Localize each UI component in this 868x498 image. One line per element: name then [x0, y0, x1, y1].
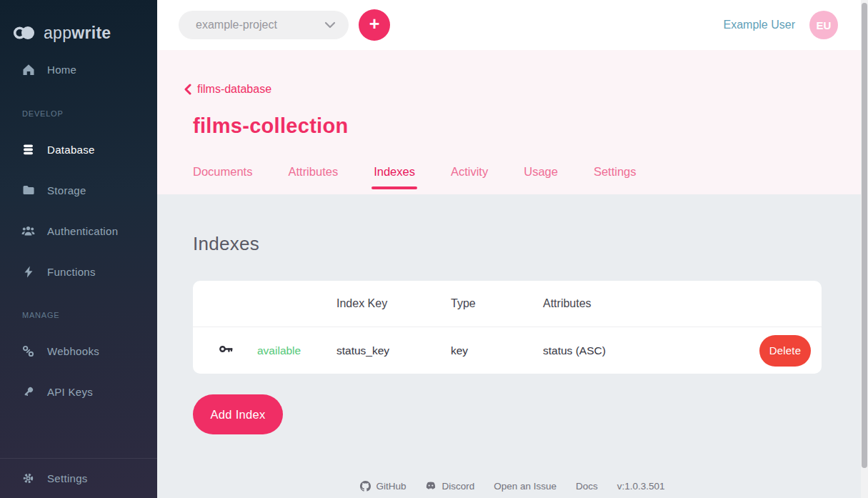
key-icon — [21, 386, 35, 398]
main-panel: Indexes Index Key Type Attributes — [157, 194, 868, 474]
sidebar-item-webhooks[interactable]: Webhooks — [21, 342, 157, 360]
sidebar: appwrite Home DEVELOP Database St — [0, 0, 157, 498]
breadcrumb[interactable]: films-database — [184, 83, 271, 96]
page-footer: GitHub Discord Open an Issue Docs v:1.0.… — [157, 474, 868, 498]
key-icon — [218, 342, 257, 359]
sidebar-item-settings[interactable]: Settings — [21, 469, 88, 488]
delete-index-button[interactable]: Delete — [759, 335, 811, 367]
sidebar-item-authentication[interactable]: Authentication — [21, 221, 157, 240]
sidebar-item-label: Settings — [47, 472, 88, 484]
topbar: example-project + Example User EU — [157, 0, 868, 50]
footer-link-label: Discord — [442, 481, 474, 492]
table-header-row: Index Key Type Attributes — [193, 281, 822, 327]
create-project-button[interactable]: + — [359, 9, 390, 41]
index-attributes-value: status (ASC) — [543, 344, 759, 357]
tab-activity[interactable]: Activity — [451, 165, 488, 194]
tab-documents[interactable]: Documents — [193, 165, 252, 194]
indexes-table: Index Key Type Attributes availa — [193, 281, 822, 374]
index-status: available — [257, 344, 336, 357]
tab-settings[interactable]: Settings — [594, 165, 637, 194]
avatar-initials: EU — [817, 19, 832, 31]
sidebar-item-database[interactable]: Database — [21, 140, 157, 159]
tab-bar: Documents Attributes Indexes Activity Us… — [193, 165, 868, 194]
users-icon — [21, 225, 35, 236]
breadcrumb-label: films-database — [197, 83, 271, 96]
footer-link-label: Docs — [576, 481, 598, 492]
home-icon — [21, 64, 35, 76]
sidebar-item-label: Functions — [47, 266, 96, 278]
app-window: appwrite Home DEVELOP Database St — [0, 0, 868, 498]
scrollbar-thumb[interactable] — [862, 3, 867, 468]
folder-icon — [21, 184, 35, 196]
tab-attributes[interactable]: Attributes — [288, 165, 338, 194]
chevron-down-icon — [324, 21, 336, 29]
sidebar-heading-manage: MANAGE — [22, 311, 157, 319]
appwrite-logo-icon — [13, 23, 37, 43]
link-icon — [21, 345, 35, 357]
gear-icon — [21, 472, 35, 484]
col-type: Type — [451, 297, 543, 310]
appwrite-logo: appwrite — [0, 0, 157, 50]
project-selector-value: example-project — [196, 19, 277, 31]
add-index-button[interactable]: Add Index — [193, 394, 283, 434]
sidebar-item-label: Storage — [47, 184, 86, 196]
col-attributes: Attributes — [543, 297, 811, 310]
sidebar-item-label: API Keys — [47, 386, 93, 398]
content-area: example-project + Example User EU films-… — [157, 0, 868, 498]
page-title: films-collection — [193, 114, 868, 138]
scrollbar[interactable] — [861, 0, 868, 498]
project-selector[interactable]: example-project — [179, 11, 349, 39]
sidebar-item-storage[interactable]: Storage — [21, 181, 157, 199]
footer-link-docs[interactable]: Docs — [576, 481, 598, 492]
tab-usage[interactable]: Usage — [524, 165, 558, 194]
logo-text-light: app — [44, 24, 71, 42]
tab-indexes[interactable]: Indexes — [374, 165, 415, 194]
user-name-link[interactable]: Example User — [724, 19, 795, 31]
sidebar-item-home[interactable]: Home — [21, 60, 157, 79]
discord-icon — [425, 482, 437, 491]
footer-link-label: Open an Issue — [494, 481, 557, 492]
sidebar-footer: Settings — [0, 458, 157, 498]
footer-link-open-issue[interactable]: Open an Issue — [494, 481, 557, 492]
table-row: available status_key key status (ASC) De… — [193, 327, 822, 374]
footer-link-label: GitHub — [376, 481, 406, 492]
sidebar-heading-develop: DEVELOP — [22, 109, 157, 118]
sidebar-item-functions[interactable]: Functions — [21, 262, 157, 281]
logo-text-bold: write — [71, 24, 111, 42]
section-heading: Indexes — [193, 233, 868, 255]
sidebar-item-label: Authentication — [47, 225, 118, 237]
logo-text: appwrite — [44, 24, 111, 43]
sidebar-item-label: Home — [47, 64, 76, 76]
page-header: films-database films-collection Document… — [157, 50, 868, 194]
chevron-left-icon — [184, 84, 192, 95]
footer-link-discord[interactable]: Discord — [425, 481, 474, 492]
sidebar-item-label: Database — [47, 144, 95, 156]
database-icon — [21, 144, 35, 156]
footer-link-github[interactable]: GitHub — [360, 481, 406, 492]
plus-icon: + — [369, 14, 380, 34]
version-label: v:1.0.3.501 — [617, 481, 665, 492]
sidebar-item-label: Webhooks — [47, 345, 99, 357]
index-key-value: status_key — [336, 344, 451, 357]
github-icon — [360, 481, 371, 492]
index-type-value: key — [451, 344, 543, 357]
sidebar-item-api-keys[interactable]: API Keys — [21, 382, 157, 401]
avatar[interactable]: EU — [809, 11, 838, 39]
col-index-key: Index Key — [336, 297, 451, 310]
lightning-icon — [21, 266, 35, 278]
